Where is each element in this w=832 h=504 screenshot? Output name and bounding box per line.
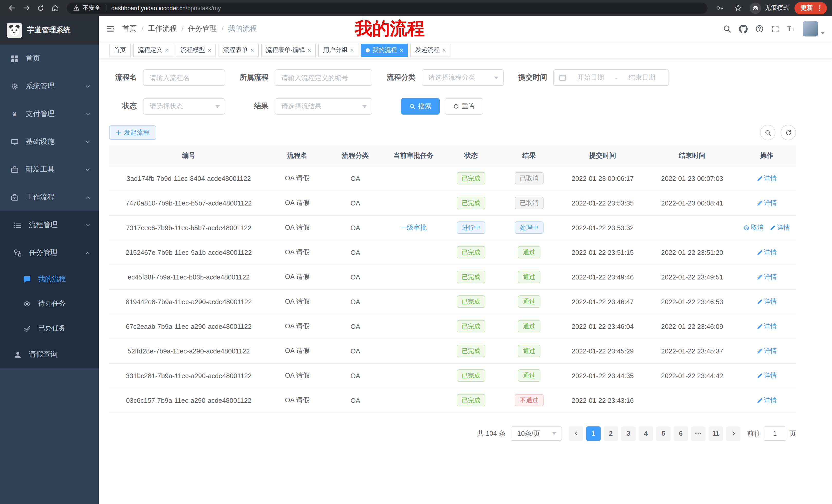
close-icon[interactable]: × (165, 47, 169, 53)
close-icon[interactable]: × (308, 47, 311, 53)
detail-link[interactable]: 详情 (757, 396, 777, 404)
detail-link[interactable]: 详情 (757, 371, 777, 380)
search-icon[interactable] (723, 25, 731, 33)
cell-process-name: OA 请假 (268, 314, 326, 339)
hamburger-icon[interactable] (106, 24, 115, 33)
tab-tag-1[interactable]: 流程定义× (133, 44, 173, 57)
svg-text:T: T (787, 25, 791, 32)
category-select[interactable]: 请选择流程分类 (422, 69, 504, 86)
sidebar-item-process-management[interactable]: 流程管理 (0, 211, 99, 239)
submit-time-label: 提交时间 (518, 73, 553, 82)
sidebar-item-task-management[interactable]: 任务管理 (0, 239, 99, 267)
breadcrumb-item[interactable]: 任务管理 (188, 24, 217, 33)
home-button[interactable] (48, 1, 62, 15)
page-button-4[interactable]: 4 (639, 426, 653, 441)
bookmark-star-icon[interactable] (731, 1, 745, 15)
tab-tag-4[interactable]: 流程表单-编辑× (261, 44, 316, 57)
tab-tag-2[interactable]: 流程模型× (176, 44, 216, 57)
search-button[interactable]: 搜索 (401, 98, 440, 115)
user-avatar-menu[interactable] (803, 21, 825, 36)
cell-actions: 取消详情 (737, 215, 796, 240)
detail-link[interactable]: 详情 (757, 199, 777, 207)
font-size-icon[interactable]: TT (787, 25, 795, 33)
sidebar-item-home[interactable]: 首页 (0, 45, 99, 73)
detail-link[interactable]: 详情 (770, 223, 790, 232)
tab-tag-0[interactable]: 首页 (109, 44, 131, 57)
next-page-button[interactable] (726, 426, 740, 441)
status-select[interactable]: 请选择状态 (143, 98, 225, 115)
current-task-link[interactable]: 一级审批 (400, 223, 427, 231)
toggle-search-button[interactable] (760, 125, 775, 140)
close-icon[interactable]: × (251, 47, 254, 53)
question-icon[interactable] (755, 25, 763, 33)
breadcrumb-item[interactable]: 首页 (122, 24, 137, 33)
detail-link[interactable]: 详情 (757, 174, 777, 183)
result-select[interactable]: 请选择流结果 (275, 98, 372, 115)
detail-link[interactable]: 详情 (757, 346, 777, 355)
incognito-chip[interactable]: 无痕模式 (750, 2, 789, 13)
address-bar[interactable]: 不安全 dashboard.yudao.iocoder.cn/bpm/task/… (67, 2, 707, 13)
reset-button[interactable]: 重置 (445, 98, 483, 115)
sidebar-item-my-process[interactable]: 我的流程 (0, 267, 99, 291)
page-button-1[interactable]: 1 (586, 426, 601, 441)
sidebar-item-payment-management[interactable]: ¥支付管理 (0, 100, 99, 128)
table-row: 52ffd28e-7b9a-11ec-a290-acde48001122OA 请… (109, 339, 796, 363)
app-logo-row[interactable]: 芋道管理系统 (0, 16, 99, 45)
page-button-6[interactable]: 6 (674, 426, 688, 441)
reload-button[interactable] (34, 1, 47, 15)
page-size-value: 10条/页 (517, 429, 540, 438)
prev-page-button[interactable] (569, 426, 583, 441)
status-select-placeholder: 请选择状态 (150, 102, 183, 111)
tab-tag-5[interactable]: 用户分组× (318, 44, 358, 57)
create-process-button[interactable]: 发起流程 (109, 125, 156, 140)
process-name-input[interactable] (143, 69, 225, 86)
sidebar-item-todo-tasks[interactable]: 待办任务 (0, 291, 99, 316)
github-icon[interactable] (739, 24, 748, 33)
tab-tag-6[interactable]: 我的流程× (361, 44, 408, 57)
tags-view: 首页流程定义×流程模型×流程表单×流程表单-编辑×用户分组×我的流程×发起流程× (99, 41, 832, 59)
pager-ellipsis[interactable]: ··· (691, 426, 705, 441)
sidebar-item-done-tasks[interactable]: 已办任务 (0, 316, 99, 341)
update-browser-button[interactable]: 更新 ⋮ (795, 2, 827, 14)
fullscreen-icon[interactable] (771, 25, 779, 33)
sidebar-item-system-management[interactable]: 系统管理 (0, 73, 99, 100)
tab-tag-label: 流程模型 (181, 46, 205, 54)
page-button-5[interactable]: 5 (656, 426, 671, 441)
cell-result: 处理中 (500, 215, 558, 240)
sidebar-item-dev-tools[interactable]: 研发工具 (0, 156, 99, 184)
refresh-table-button[interactable] (781, 125, 796, 140)
browser-menu-icon[interactable]: ⋮ (816, 5, 823, 11)
sidebar-item-leave-query[interactable]: 请假查询 (0, 341, 99, 368)
breadcrumb-item[interactable]: 工作流程 (148, 24, 177, 33)
cancel-link[interactable]: 取消 (744, 223, 763, 232)
process-def-input[interactable] (275, 69, 372, 86)
chevron-down-icon (215, 105, 219, 108)
search-icon (409, 103, 415, 109)
tab-tag-3[interactable]: 流程表单× (218, 44, 259, 57)
page-button-2[interactable]: 2 (604, 426, 618, 441)
submit-time-range-picker[interactable]: 开始日期 - 结束日期 (553, 69, 669, 86)
table-header-row: 编号流程名流程分类当前审批任务状态结果提交时间结束时间操作 (109, 145, 796, 166)
close-icon[interactable]: × (350, 47, 354, 53)
status-tag: 已完成 (457, 197, 486, 209)
sidebar-item-infrastructure[interactable]: 基础设施 (0, 128, 99, 156)
cell-actions: 详情 (737, 191, 796, 215)
page-size-select[interactable]: 10条/页 (511, 426, 562, 441)
page-button-3[interactable]: 3 (621, 426, 635, 441)
cell-result: 已取消 (500, 166, 558, 191)
detail-link[interactable]: 详情 (757, 273, 777, 281)
password-key-icon[interactable] (713, 1, 726, 15)
page-button-11[interactable]: 11 (709, 426, 723, 441)
close-icon[interactable]: × (208, 47, 211, 53)
tab-tag-7[interactable]: 发起流程× (410, 44, 450, 57)
goto-page-input[interactable] (763, 426, 786, 441)
detail-link[interactable]: 详情 (757, 248, 777, 257)
detail-link[interactable]: 详情 (757, 322, 777, 331)
forward-button[interactable] (20, 1, 33, 15)
detail-link[interactable]: 详情 (757, 297, 777, 306)
back-button[interactable] (5, 1, 19, 15)
sidebar-item-workflow[interactable]: 工作流程 (0, 184, 99, 211)
close-icon[interactable]: × (442, 47, 446, 53)
close-icon[interactable]: × (399, 47, 403, 53)
result-tag: 通过 (518, 296, 541, 308)
